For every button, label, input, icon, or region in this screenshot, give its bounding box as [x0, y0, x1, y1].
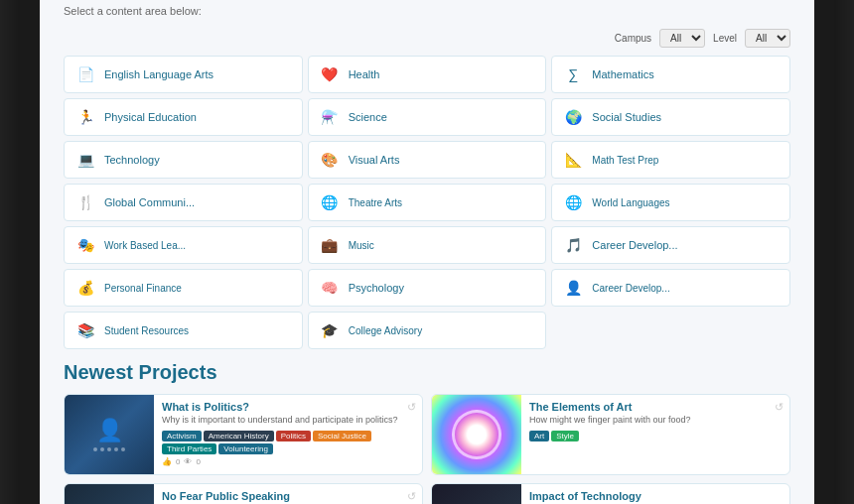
science-label: Science	[349, 111, 387, 123]
tech-icon: 💻	[74, 149, 96, 171]
career-dev-label: Career Develop...	[592, 283, 669, 294]
content-item-personal-finance[interactable]: 💰 Personal Finance	[64, 269, 303, 307]
projects-grid: 👤 ↺ What is Politics?	[64, 394, 790, 504]
content-item-social-studies[interactable]: 🌍 Social Studies	[551, 98, 790, 136]
content-item-science[interactable]: ⚗️ Science	[308, 98, 547, 136]
content-item-psychology[interactable]: 🧠 Psychology	[308, 269, 547, 307]
psychology-label: Psychology	[349, 282, 404, 294]
tag-third-parties[interactable]: Third Parties	[162, 443, 216, 454]
project-info-speaking: ↺ No Fear Public Speaking What would mot…	[154, 484, 422, 504]
content-areas-title: Content Areas	[64, 0, 790, 3]
music-label: Career Develop...	[592, 239, 677, 251]
global-label: Theatre Arts	[349, 197, 402, 208]
project-card-politics[interactable]: 👤 ↺ What is Politics?	[64, 394, 423, 475]
content-item-student-resources[interactable]: 📚 Student Resources	[64, 312, 303, 349]
project-name-speaking: No Fear Public Speaking	[162, 490, 414, 502]
project-desc-politics: Why is it important to understand and pa…	[162, 415, 414, 427]
theatre-label: Work Based Lea...	[104, 240, 186, 251]
content-item-career[interactable]: 👤 Personal Finance Career Develop...	[551, 269, 790, 307]
health-icon: ❤️	[319, 63, 341, 85]
laptop-frame: 🐦 ⌂ Home 📁 Projects 📊 Progress ✏️ Work P…	[20, 0, 834, 504]
project-footer-politics: 👍 0 👁 0	[162, 457, 414, 466]
content-item-ela[interactable]: 📄 English Language Arts	[64, 56, 303, 93]
cooking-label: Global Communi...	[104, 196, 195, 208]
content-item-work-based[interactable]: 💼 Music	[308, 226, 547, 264]
project-info-tech: Impact of Technology How does technology…	[521, 484, 789, 504]
content-areas-grid: 📄 English Language Arts ❤️ Health ∑ Math…	[64, 56, 790, 349]
ela-label: English Language Arts	[104, 68, 214, 80]
tag-style[interactable]: Style	[551, 431, 579, 441]
project-card-speaking[interactable]: 👤 ↺ No Fea	[64, 483, 423, 504]
personal-finance-label: Personal Finance	[104, 283, 182, 294]
views-count: 0	[196, 457, 200, 466]
project-card-art[interactable]: ↺ The Elements of Art How might we finge…	[431, 394, 790, 475]
content-item-global[interactable]: 🌐 Theatre Arts	[308, 184, 547, 221]
project-info-politics: ↺ What is Politics? Why is it important …	[154, 395, 422, 474]
project-desc-art: How might we finger paint with our food?	[529, 415, 782, 427]
project-info-art: ↺ The Elements of Art How might we finge…	[521, 395, 789, 474]
math-label: Mathematics	[592, 68, 653, 80]
pe-label: Physical Education	[104, 111, 197, 123]
content-areas-subtitle: Select a content area below:	[64, 5, 790, 17]
content-item-theatre[interactable]: 🎭 Work Based Lea...	[64, 226, 303, 264]
social-studies-label: Social Studies	[592, 111, 661, 123]
level-select[interactable]: All	[745, 29, 790, 48]
project-name-tech: Impact of Technology	[529, 490, 782, 502]
personal-finance-icon: 💰	[74, 277, 96, 299]
tag-politics[interactable]: Politics	[276, 431, 311, 441]
project-card-tech[interactable]: Impact of Technology How does technology…	[431, 483, 790, 504]
tag-american-history[interactable]: American History	[204, 431, 274, 441]
student-resources-label: Student Resources	[104, 325, 189, 336]
work-based-label: Music	[349, 240, 374, 251]
project-img-tech	[432, 484, 521, 504]
project-tags-art: Art Style	[529, 431, 782, 441]
content-item-world-lang[interactable]: 🌐 World Languages	[551, 184, 790, 221]
campus-select[interactable]: All	[659, 29, 705, 48]
career-icon: 👤	[562, 277, 584, 299]
refresh-icon-art: ↺	[775, 401, 783, 414]
project-name-politics: What is Politics?	[162, 401, 414, 413]
college-advisory-icon: 🎓	[319, 319, 341, 341]
science-icon: ⚗️	[319, 106, 341, 128]
college-advisory-label: College Advisory	[349, 325, 422, 336]
student-resources-icon: 📚	[74, 319, 96, 341]
level-label: Level	[713, 33, 737, 44]
tag-volunteering[interactable]: Volunteering	[218, 443, 272, 454]
global-icon: 🌐	[319, 191, 341, 213]
world-lang-label: World Languages	[592, 197, 669, 208]
world-lang-icon: 🌐	[562, 191, 584, 213]
ela-icon: 📄	[74, 63, 96, 85]
likes-count: 0	[176, 457, 180, 466]
math-icon: ∑	[562, 63, 584, 85]
refresh-icon-politics: ↺	[407, 401, 416, 414]
project-name-art: The Elements of Art	[529, 401, 782, 413]
theatre-icon: 🎭	[74, 234, 96, 256]
tag-social-justice[interactable]: Social Justice	[313, 431, 371, 441]
content-item-math[interactable]: ∑ Mathematics	[551, 56, 790, 93]
views-icon: 👁	[184, 457, 192, 466]
pe-icon: 🏃	[74, 106, 96, 128]
newest-projects-title: Newest Projects	[64, 361, 790, 384]
content-item-music[interactable]: 🎵 Career Develop...	[551, 226, 790, 264]
health-label: Health	[349, 68, 380, 80]
project-tags-politics: Activism American History Politics Socia…	[162, 431, 414, 454]
likes-icon: 👍	[162, 457, 172, 466]
content-item-visual-arts[interactable]: 🎨 Visual Arts	[308, 141, 547, 179]
tech-label: Technology	[104, 154, 160, 166]
content-item-tech[interactable]: 💻 Technology	[64, 141, 303, 179]
campus-label: Campus	[615, 33, 651, 44]
cooking-icon: 🍴	[74, 191, 96, 213]
music-icon: 🎵	[562, 234, 584, 256]
refresh-icon-speaking: ↺	[407, 490, 416, 503]
content-item-math-test[interactable]: 📐 Math Test Prep	[551, 141, 790, 179]
visual-arts-icon: 🎨	[319, 149, 341, 171]
project-img-art	[432, 395, 521, 474]
tag-activism[interactable]: Activism	[162, 431, 202, 441]
content-item-college-advisory[interactable]: 🎓 College Advisory	[308, 312, 547, 349]
content-item-pe[interactable]: 🏃 Physical Education	[64, 98, 303, 136]
content-item-health[interactable]: ❤️ Health	[308, 56, 547, 93]
tag-art[interactable]: Art	[529, 431, 549, 441]
project-img-politics: 👤	[65, 395, 154, 474]
main-content: 🔍 Search... All Projects ▾ Search Conten…	[40, 0, 814, 504]
content-item-cooking[interactable]: 🍴 Global Communi...	[64, 184, 303, 221]
